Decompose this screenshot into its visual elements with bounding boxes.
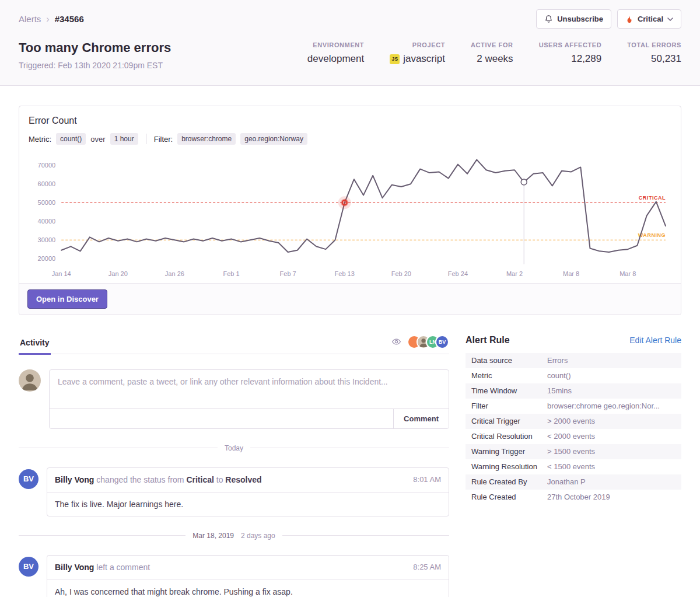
header-actions: Unsubscribe Critical	[536, 9, 681, 29]
svg-text:Jan 14: Jan 14	[52, 270, 71, 277]
activity-comment-body: Ah, I was concerned that might break chr…	[47, 579, 449, 597]
interval-chip: 1 hour	[110, 133, 138, 145]
divider-relative-time: 2 days ago	[241, 532, 275, 540]
svg-text:CRITICAL: CRITICAL	[639, 195, 666, 201]
activity-author: Billy Vong	[55, 563, 94, 572]
filter-chip-region: geo.region:Norway	[240, 133, 307, 145]
svg-text:70000: 70000	[38, 162, 56, 169]
breadcrumb: Alerts › #34566	[19, 14, 84, 25]
chart-card-footer: Open in Discover	[19, 283, 681, 315]
stat-value: JS javascript	[390, 53, 445, 65]
stat-value: 12,289	[539, 53, 602, 65]
svg-text:Feb 13: Feb 13	[335, 270, 355, 277]
alert-rule-table: Data source Errors Metric count() Time W…	[466, 353, 681, 505]
edit-alert-rule-link[interactable]: Edit Alert Rule	[629, 336, 681, 345]
filter-label: Filter:	[154, 135, 173, 144]
status-from: Critical	[186, 475, 214, 484]
svg-text:40000: 40000	[38, 218, 56, 225]
status-label: Critical	[638, 15, 663, 23]
svg-text:Mar 2: Mar 2	[506, 270, 523, 277]
svg-text:Feb 1: Feb 1	[223, 270, 239, 277]
avatar: BV	[19, 557, 38, 577]
activity-item-status-change: BV Billy Vong changed the status from Cr…	[19, 467, 449, 516]
svg-text:Feb 20: Feb 20	[391, 270, 411, 277]
activity-time: 8:01 AM	[413, 474, 441, 486]
over-label: over	[90, 135, 105, 144]
svg-text:Mar 8: Mar 8	[620, 270, 636, 277]
date-divider: Mar 18, 2019 2 days ago	[19, 532, 449, 540]
incident-stats: ENVIRONMENT development PROJECT JS javas…	[307, 41, 681, 65]
comment-input[interactable]	[50, 370, 449, 409]
activity-header: Activity LN BV	[19, 335, 449, 354]
open-in-discover-button[interactable]: Open in Discover	[27, 289, 107, 309]
comment-composer: Comment	[19, 369, 449, 429]
rule-row: Rule Created 27th October 2019	[466, 490, 681, 505]
metric-chip: count()	[56, 133, 86, 145]
divider-date: Mar 18, 2019	[192, 532, 234, 540]
eye-icon[interactable]	[391, 337, 401, 347]
seen-by-avatar-stack: LN BV	[407, 335, 449, 349]
unsubscribe-button[interactable]: Unsubscribe	[536, 9, 611, 29]
activity-section: Activity LN BV	[19, 335, 449, 597]
svg-text:30000: 30000	[38, 236, 56, 243]
rule-row: Data source Errors	[466, 353, 681, 368]
breadcrumb-alert-id: #34566	[55, 14, 84, 24]
chevron-down-icon	[667, 18, 673, 21]
alert-rule-title: Alert Rule	[466, 335, 510, 345]
breadcrumb-alerts-link[interactable]: Alerts	[19, 14, 41, 24]
status-dropdown[interactable]: Critical	[617, 9, 681, 29]
rule-row: Time Window 15mins	[466, 383, 681, 399]
stat-environment: ENVIRONMENT development	[307, 41, 364, 65]
unsubscribe-label: Unsubscribe	[557, 15, 603, 23]
rule-row: Warning Trigger > 1500 events	[466, 444, 681, 459]
title-block: Too many Chrome errors Triggered: Feb 13…	[19, 40, 171, 70]
rule-row: Critical Trigger > 2000 events	[466, 414, 681, 429]
chevron-right-icon: ›	[46, 14, 49, 25]
svg-text:20000: 20000	[38, 255, 56, 262]
chart-title: Error Count	[29, 116, 671, 126]
activity-author: Billy Vong	[55, 475, 94, 484]
alert-rule-panel: Alert Rule Edit Alert Rule Data source E…	[466, 335, 681, 597]
stat-label: ENVIRONMENT	[307, 41, 364, 48]
page-title: Too many Chrome errors	[19, 40, 171, 55]
divider-label: Today	[225, 444, 243, 452]
javascript-project-icon: JS	[390, 54, 400, 64]
rule-row: Rule Created By Jonathan P	[466, 474, 681, 490]
svg-text:Jan 20: Jan 20	[108, 270, 128, 277]
composer-footer: Comment	[50, 409, 449, 428]
incident-header: Alerts › #34566 Unsubscribe Critical	[0, 0, 700, 86]
svg-text:60000: 60000	[38, 180, 56, 187]
stat-value: 50,231	[627, 53, 681, 65]
stat-value: development	[307, 53, 364, 65]
svg-text:WARNING: WARNING	[638, 232, 666, 238]
flame-icon	[625, 15, 634, 23]
avatar: BV	[435, 335, 449, 349]
svg-text:Feb 7: Feb 7	[280, 270, 296, 277]
activity-item-comment: BV Billy Vong left a comment 8:25 AM Ah,…	[19, 555, 449, 597]
stat-label: TOTAL ERRORS	[627, 41, 681, 48]
status-to: Resolved	[225, 475, 261, 484]
stat-active-for: ACTIVE FOR 2 weeks	[471, 41, 513, 65]
activity-action: changed the status from	[96, 475, 184, 484]
stat-project: PROJECT JS javascript	[390, 41, 445, 65]
svg-text:Jan 26: Jan 26	[165, 270, 184, 277]
rule-row: Filter browser:chrome geo.region:Nor...	[466, 399, 681, 414]
rule-row: Metric count()	[466, 368, 681, 383]
stat-label: USERS AFFECTED	[539, 41, 602, 48]
avatar: BV	[19, 469, 38, 489]
metric-label: Metric:	[29, 135, 51, 144]
project-name: javascript	[403, 53, 445, 65]
stat-total-errors: TOTAL ERRORS 50,231	[627, 41, 681, 65]
triggered-time: Triggered: Feb 13th 2020 21:09pm EST	[19, 61, 171, 70]
rule-row: Warning Resolution < 1500 events	[466, 459, 681, 474]
date-divider: Today	[19, 444, 449, 452]
comment-button[interactable]: Comment	[393, 409, 449, 428]
activity-action: to	[216, 475, 223, 484]
stat-users-affected: USERS AFFECTED 12,289	[539, 41, 602, 65]
error-count-chart[interactable]: 200003000040000500006000070000Jan 14Jan …	[29, 146, 671, 282]
filter-chip-browser: browser:chrome	[177, 133, 236, 145]
stat-label: ACTIVE FOR	[471, 41, 513, 48]
activity-comment-body: The fix is live. Major learnings here.	[47, 492, 449, 516]
tab-activity[interactable]: Activity	[19, 338, 51, 355]
stat-label: PROJECT	[390, 41, 445, 48]
